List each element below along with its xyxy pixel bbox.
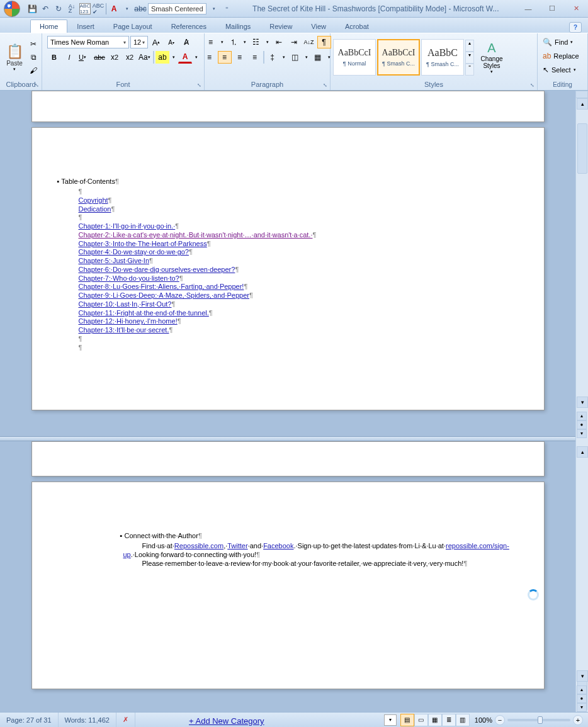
split-bar[interactable] bbox=[0, 436, 575, 441]
page-connect[interactable]: ▪ Connect·with·the·Author¶ Find·us·at·Re… bbox=[31, 482, 545, 689]
help-icon[interactable]: ? bbox=[569, 22, 582, 33]
align-center-icon[interactable]: ≡ bbox=[218, 51, 232, 64]
word-count[interactable]: Words: 11,462 bbox=[59, 713, 116, 727]
zoom-in-icon[interactable]: + bbox=[573, 715, 583, 725]
toc-link-copyright[interactable]: Copyright¶ bbox=[79, 196, 481, 205]
page-indicator[interactable]: Page: 27 of 31 bbox=[0, 713, 59, 727]
qat-style-dropdown-icon[interactable]: ▾ bbox=[208, 3, 220, 14]
clear-formatting-icon[interactable]: A̷ bbox=[179, 36, 193, 48]
next-page-icon[interactable]: ▾ bbox=[577, 703, 587, 712]
multilevel-dropdown-icon[interactable]: ▾ bbox=[264, 36, 271, 48]
copy-icon[interactable]: ⧉ bbox=[28, 52, 39, 63]
toc-link-ch10[interactable]: Chapter·10:·Last·In,·First·Out?¶ bbox=[79, 300, 481, 309]
highlight-dropdown-icon[interactable]: ▾ bbox=[171, 51, 177, 64]
minimize-button[interactable]: — bbox=[516, 1, 540, 16]
toc-link-ch9[interactable]: Chapter·9:·Li·Goes·Deep:·A·Maze,·Spiders… bbox=[79, 291, 481, 300]
toc-link-ch11[interactable]: Chapter·11:·Fright·at·the·end·of·the·tun… bbox=[79, 309, 481, 318]
browse-object-icon[interactable]: ● bbox=[577, 694, 587, 703]
scroll-up-icon[interactable]: ▴ bbox=[577, 98, 588, 110]
spelling-icon[interactable]: ABC✔ bbox=[93, 3, 104, 14]
link-facebook[interactable]: Facebook bbox=[263, 542, 293, 549]
redo-icon[interactable]: ↻ bbox=[53, 3, 64, 14]
select-button[interactable]: ↖Select ▾ bbox=[543, 64, 576, 76]
close-button[interactable]: ✕ bbox=[564, 1, 588, 16]
browse-object-icon[interactable]: ● bbox=[577, 420, 587, 429]
align-right-icon[interactable]: ≡ bbox=[233, 51, 247, 64]
full-screen-view-icon[interactable]: ▭ bbox=[414, 714, 428, 726]
sort-az-icon[interactable]: A↓Z bbox=[66, 3, 77, 14]
shading-dropdown-icon[interactable]: ▾ bbox=[303, 51, 310, 64]
replace-button[interactable]: abReplace bbox=[543, 50, 579, 62]
cut-icon[interactable]: ✂ bbox=[28, 38, 39, 50]
style-smash-centered[interactable]: AaBbCcI¶ Smash C... bbox=[377, 39, 420, 76]
scroll-down-icon[interactable]: ▾ bbox=[577, 397, 588, 408]
clipboard-launcher-icon[interactable]: ⤡ bbox=[35, 82, 39, 88]
tab-page-layout[interactable]: Page Layout bbox=[104, 20, 162, 33]
toc-link-ch1[interactable]: Chapter·1:·I'll·go·in·if·you·go·in.·¶ bbox=[79, 222, 481, 231]
zoom-slider[interactable] bbox=[507, 719, 570, 721]
tab-references[interactable]: References bbox=[162, 20, 216, 33]
italic-icon[interactable]: I bbox=[62, 51, 76, 64]
toc-link-ch12[interactable]: Chapter·12:·Hi·honey,·I'm·home!¶ bbox=[79, 317, 481, 326]
toc-link-dedication[interactable]: Dedication¶ bbox=[79, 205, 481, 214]
bottom-pane[interactable]: ▪ Connect·with·the·Author¶ Find·us·at·Re… bbox=[0, 441, 575, 712]
tab-acrobat[interactable]: Acrobat bbox=[336, 20, 378, 33]
top-pane[interactable]: ▪ Table·of·Contents¶ ¶ Copyright¶ Dedica… bbox=[0, 91, 575, 436]
grow-font-icon[interactable]: A▴ bbox=[149, 36, 163, 48]
paste-button[interactable]: 📋 Paste ▾ bbox=[3, 43, 26, 72]
toc-link-ch7[interactable]: Chapter·7:·Who·do·you·listen·to?¶ bbox=[79, 274, 481, 283]
multilevel-list-icon[interactable]: ☷ bbox=[249, 36, 263, 48]
print-layout-view-icon[interactable]: ▤ bbox=[400, 714, 414, 726]
change-styles-button[interactable]: A Change Styles ▾ bbox=[478, 41, 506, 74]
style-normal[interactable]: AaBbCcI¶ Normal bbox=[333, 39, 376, 76]
decrease-indent-icon[interactable]: ⇤ bbox=[272, 36, 286, 48]
font-color-icon[interactable]: A bbox=[108, 3, 120, 14]
tab-home[interactable]: Home bbox=[30, 20, 67, 33]
tab-review[interactable]: Review bbox=[260, 20, 302, 33]
style-smash-chapter[interactable]: AaBbC¶ Smash C... bbox=[421, 39, 464, 76]
prev-page-icon[interactable]: ▴ bbox=[577, 685, 587, 694]
styles-up-icon[interactable]: ▴ bbox=[465, 40, 474, 52]
show-hide-icon[interactable]: ¶ bbox=[317, 36, 331, 48]
scroll-down-icon[interactable]: ▾ bbox=[577, 670, 588, 682]
scroll-up-icon[interactable]: ▴ bbox=[577, 446, 588, 458]
tab-mailings[interactable]: Mailings bbox=[216, 20, 260, 33]
link-repossible[interactable]: Repossible.com bbox=[174, 542, 223, 549]
toc-link-ch4[interactable]: Chapter·4:·Do·we·stay·or·do·we·go?¶ bbox=[79, 248, 481, 257]
paragraph-launcher-icon[interactable]: ⤡ bbox=[323, 82, 327, 88]
styles-launcher-icon[interactable]: ⤡ bbox=[530, 82, 534, 88]
toc-link-ch6[interactable]: Chapter·6:·Do·we·dare·dig·ourselves·even… bbox=[79, 266, 481, 274]
styles-down-icon[interactable]: ▾ bbox=[465, 52, 474, 64]
next-page-icon[interactable]: ▾ bbox=[577, 429, 587, 438]
zoom-level[interactable]: 100% bbox=[475, 716, 492, 724]
scroll-thumb[interactable] bbox=[577, 123, 587, 174]
tab-insert[interactable]: Insert bbox=[67, 20, 104, 33]
numbering-dropdown-icon[interactable]: ▾ bbox=[242, 36, 248, 48]
increase-indent-icon[interactable]: ⇥ bbox=[287, 36, 301, 48]
sort-icon[interactable]: A↓Z bbox=[302, 36, 316, 48]
font-name-combo[interactable]: Times New Roman▾ bbox=[47, 36, 129, 48]
split-handle-icon[interactable] bbox=[575, 91, 588, 98]
outline-view-icon[interactable]: ≣ bbox=[442, 714, 456, 726]
link-twitter[interactable]: Twitter bbox=[227, 542, 247, 549]
font-launcher-icon[interactable]: ⤡ bbox=[197, 82, 201, 88]
office-button[interactable] bbox=[0, 0, 24, 18]
subscript-icon[interactable]: x2 bbox=[108, 51, 122, 64]
underline-icon[interactable]: U▾ bbox=[77, 51, 91, 64]
undo-icon[interactable]: ↶ bbox=[40, 3, 51, 14]
highlight-icon[interactable]: ab bbox=[155, 51, 169, 64]
format-painter-icon[interactable]: 🖌 bbox=[28, 65, 39, 76]
maximize-button[interactable]: ☐ bbox=[540, 1, 564, 16]
superscript-icon[interactable]: x2 bbox=[123, 51, 137, 64]
change-case-icon[interactable]: Aa▾ bbox=[138, 51, 152, 64]
save-icon[interactable]: 💾 bbox=[26, 3, 38, 14]
line-spacing-dropdown-icon[interactable]: ▾ bbox=[281, 51, 287, 64]
proofing-icon[interactable]: ✗ bbox=[116, 713, 135, 727]
toc-link-ch3[interactable]: Chapter·3:·Into·the·The·Heart·of·Parknes… bbox=[79, 240, 481, 249]
qat-customize-icon[interactable]: ⁼ bbox=[222, 3, 233, 14]
line-spacing-icon[interactable]: ‡ bbox=[266, 51, 280, 64]
category-dropdown-icon[interactable]: ▾ bbox=[384, 714, 397, 726]
justify-icon[interactable]: ≡ bbox=[248, 51, 262, 64]
toc-link-ch8[interactable]: Chapter·8:·Lu·Goes·First:·Aliens,·Fartin… bbox=[79, 283, 481, 291]
font-size-combo[interactable]: 12▾ bbox=[130, 36, 148, 48]
